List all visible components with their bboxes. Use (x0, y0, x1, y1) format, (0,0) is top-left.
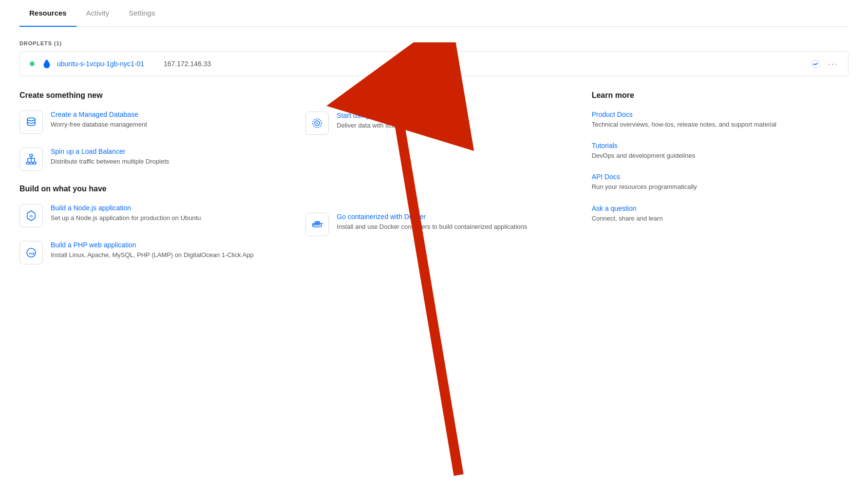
learn-api-docs[interactable]: API Docs Run your resources programmatic… (592, 173, 849, 191)
api-docs-desc: Run your resources programmatically (592, 183, 849, 191)
docker-item[interactable]: Go containerized with Docker Install and… (305, 213, 562, 236)
learn-ask-question[interactable]: Ask a question Connect, share and learn (592, 204, 849, 223)
svg-rect-2 (30, 154, 33, 156)
loadbalancer-icon (25, 153, 37, 165)
docker-text: Go containerized with Docker Install and… (337, 213, 527, 231)
nodejs-item[interactable]: JS Build a Node.js application Set up a … (19, 204, 276, 227)
tutorials-link[interactable]: Tutorials (592, 142, 849, 149)
left-column: Create something new Create a Managed Da… (19, 91, 276, 278)
spaces-desc: Deliver data with scalable object storag… (337, 121, 450, 130)
content-grid: Create something new Create a Managed Da… (19, 91, 849, 278)
learn-tutorials[interactable]: Tutorials DevOps and development guideli… (592, 142, 849, 160)
php-desc: Install Linux, Apache, MySQL, PHP (LAMP)… (51, 251, 254, 260)
right-column: Learn more Product Docs Technical overvi… (592, 91, 849, 278)
create-managed-db-desc: Worry-free database management (51, 120, 147, 129)
spaces-text: Start using Spaces Deliver data with sca… (337, 111, 450, 130)
tab-activity[interactable]: Activity (76, 0, 119, 27)
php-title[interactable]: Build a PHP web application (51, 241, 254, 249)
droplet-row: ubuntu-s-1vcpu-1gb-nyc1-01 167.172.146.3… (19, 51, 849, 76)
load-balancer-desc: Distribute traffic between multiple Drop… (51, 157, 169, 166)
svg-rect-20 (318, 223, 320, 225)
create-managed-db-icon-box (19, 111, 43, 134)
svg-rect-3 (26, 162, 29, 164)
spaces-icon-box (305, 111, 329, 135)
svg-text:PHP: PHP (29, 252, 35, 255)
learn-product-docs[interactable]: Product Docs Technical overviews, how-to… (592, 111, 849, 129)
php-text: Build a PHP web application Install Linu… (51, 241, 254, 260)
svg-rect-22 (318, 222, 320, 223)
svg-point-17 (317, 123, 318, 124)
php-icon: PHP (25, 247, 37, 259)
docker-title[interactable]: Go containerized with Docker (337, 213, 527, 221)
create-section-title: Create something new (19, 91, 276, 100)
learn-more-title: Learn more (592, 91, 849, 100)
droplet-more-button[interactable]: ··· (828, 59, 838, 69)
svg-point-0 (811, 60, 819, 68)
svg-rect-19 (315, 223, 317, 225)
svg-rect-4 (30, 162, 33, 164)
product-docs-link[interactable]: Product Docs (592, 111, 849, 118)
nodejs-title[interactable]: Build a Node.js application (51, 204, 201, 212)
nodejs-icon-box: JS (19, 204, 43, 227)
load-balancer-item[interactable]: Spin up a Load Balancer Distribute traff… (19, 148, 276, 171)
page-container: Resources Activity Settings DROPLETS (1)… (0, 0, 868, 278)
nodejs-icon: JS (25, 210, 37, 222)
load-balancer-icon-box (19, 148, 43, 171)
create-managed-db-title[interactable]: Create a Managed Database (51, 111, 147, 118)
spaces-item[interactable]: Start using Spaces Deliver data with sca… (305, 111, 562, 135)
svg-text:JS: JS (29, 215, 33, 218)
tab-resources[interactable]: Resources (19, 0, 76, 27)
droplet-icon (41, 58, 52, 69)
nodejs-desc: Set up a Node.js application for product… (51, 214, 201, 222)
svg-rect-18 (313, 223, 315, 225)
droplets-label: DROPLETS (1) (19, 40, 849, 46)
api-docs-link[interactable]: API Docs (592, 173, 849, 181)
droplet-status-dot (30, 61, 35, 66)
middle-column: Start using Spaces Deliver data with sca… (305, 91, 562, 278)
droplet-graph-icon[interactable] (811, 59, 820, 69)
docker-desc: Install and use Docker containers to bui… (337, 222, 527, 231)
svg-rect-5 (33, 162, 36, 164)
nodejs-text: Build a Node.js application Set up a Nod… (51, 204, 201, 222)
create-managed-db-text: Create a Managed Database Worry-free dat… (51, 111, 147, 129)
tutorials-desc: DevOps and development guidelines (592, 151, 849, 160)
docker-icon (311, 219, 323, 230)
svg-rect-21 (315, 222, 317, 223)
spaces-icon (311, 117, 323, 129)
database-icon (25, 116, 37, 128)
load-balancer-title[interactable]: Spin up a Load Balancer (51, 148, 169, 155)
product-docs-desc: Technical overviews, how-tos, release no… (592, 120, 849, 129)
create-managed-db-item[interactable]: Create a Managed Database Worry-free dat… (19, 111, 276, 134)
ask-question-link[interactable]: Ask a question (592, 204, 849, 212)
php-icon-box: PHP (19, 241, 43, 264)
droplet-ip: 167.172.146.33 (164, 60, 211, 68)
spaces-title[interactable]: Start using Spaces (337, 111, 450, 119)
php-item[interactable]: PHP Build a PHP web application Install … (19, 241, 276, 264)
tab-settings[interactable]: Settings (119, 0, 165, 27)
ask-question-desc: Connect, share and learn (592, 214, 849, 223)
svg-point-1 (27, 118, 35, 121)
load-balancer-text: Spin up a Load Balancer Distribute traff… (51, 148, 169, 166)
build-section-title: Build on what you have (19, 185, 276, 193)
droplet-name[interactable]: ubuntu-s-1vcpu-1gb-nyc1-01 (57, 60, 144, 68)
docker-icon-box (305, 213, 329, 236)
tabs-bar: Resources Activity Settings (19, 0, 849, 27)
